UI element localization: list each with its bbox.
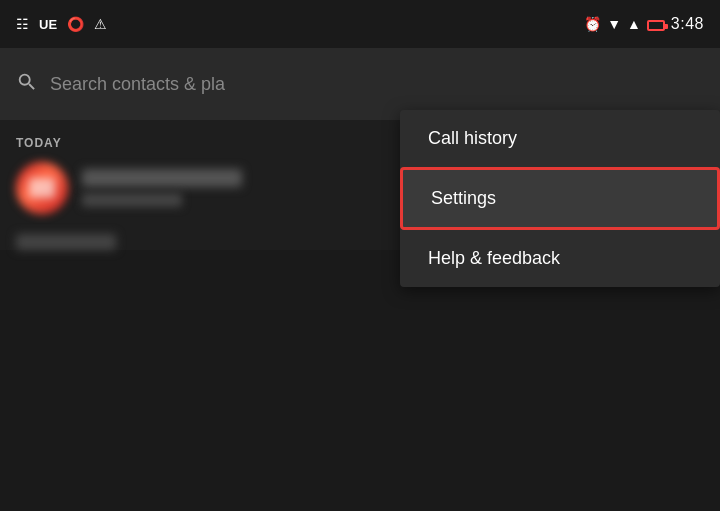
dropdown-help-feedback[interactable]: Help & feedback xyxy=(400,230,720,287)
triangle-icon: ⚠ xyxy=(94,16,107,32)
battery-icon xyxy=(647,16,665,32)
status-bar: ☷ UE ⭕ ⚠ ⏰ ▼ ▲ 3:48 xyxy=(0,0,720,48)
status-time: 3:48 xyxy=(671,15,704,33)
avatar xyxy=(16,162,68,214)
wifi-icon: ▼ xyxy=(607,16,621,32)
contact-detail xyxy=(82,193,182,207)
search-placeholder[interactable]: Search contacts & pla xyxy=(50,74,704,95)
signal-icon: ▲ xyxy=(627,16,641,32)
dropdown-call-history[interactable]: Call history xyxy=(400,110,720,167)
search-icon xyxy=(16,71,38,98)
dropdown-settings[interactable]: Settings xyxy=(400,167,720,230)
ue-label: UE xyxy=(39,17,57,32)
second-row xyxy=(16,234,116,250)
status-left-icons: ☷ UE ⭕ ⚠ xyxy=(16,16,107,32)
circle-icon: ⭕ xyxy=(67,16,84,32)
status-right-icons: ⏰ ▼ ▲ 3:48 xyxy=(584,15,704,33)
dropdown-menu: Call history Settings Help & feedback xyxy=(400,110,720,287)
alarm-icon: ⏰ xyxy=(584,16,601,32)
contact-name xyxy=(82,169,242,187)
sim-icon: ☷ xyxy=(16,16,29,32)
